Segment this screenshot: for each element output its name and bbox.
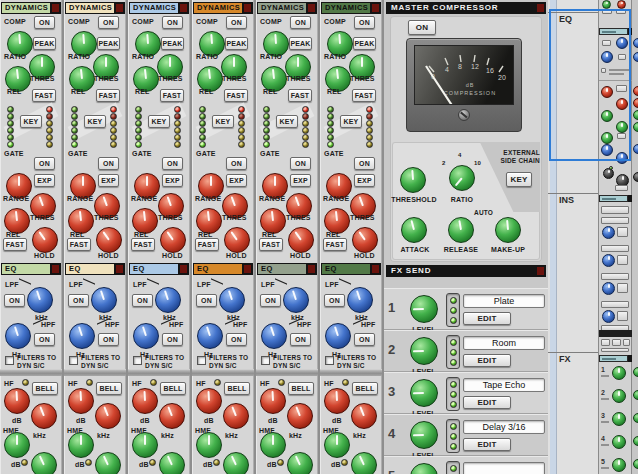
mini-button[interactable] bbox=[617, 227, 628, 237]
gate-fast-button[interactable]: FAST bbox=[67, 238, 91, 251]
mini-knob[interactable] bbox=[633, 367, 638, 377]
hf-gain-knob[interactable] bbox=[132, 388, 158, 414]
makeup-knob[interactable] bbox=[495, 217, 521, 243]
fx-edit-button[interactable]: EDIT bbox=[463, 312, 511, 325]
mini-knob[interactable] bbox=[617, 0, 626, 9]
mini-button[interactable] bbox=[601, 348, 629, 352]
mini-knob[interactable] bbox=[602, 0, 611, 9]
mini-knob[interactable] bbox=[602, 282, 615, 295]
gate-hold-knob[interactable] bbox=[352, 227, 378, 253]
filters-to-dyn-sc-checkbox[interactable] bbox=[69, 356, 78, 365]
comp-peak-button[interactable]: PEAK bbox=[353, 37, 376, 50]
mini-knob[interactable] bbox=[633, 459, 638, 469]
hf-freq-knob[interactable] bbox=[351, 403, 377, 429]
mini-button[interactable] bbox=[612, 339, 621, 346]
key-button[interactable]: KEY bbox=[84, 115, 106, 128]
fx-level-knob[interactable] bbox=[410, 379, 438, 407]
fx-send-name-field[interactable]: Delay 3/16 bbox=[463, 420, 545, 434]
attack-knob[interactable] bbox=[401, 217, 427, 243]
mini-knob[interactable] bbox=[633, 144, 638, 154]
hpf-freq-knob[interactable] bbox=[5, 323, 31, 349]
hmf-gain-knob[interactable] bbox=[68, 432, 94, 458]
gate-fast-button[interactable]: FAST bbox=[195, 238, 219, 251]
comp-fast-button[interactable]: FAST bbox=[352, 89, 376, 102]
navigator-section-label-fx[interactable]: FX bbox=[559, 355, 571, 364]
comp-fast-button[interactable]: FAST bbox=[32, 89, 56, 102]
hmf-freq-knob[interactable] bbox=[223, 452, 249, 474]
lpf-freq-knob[interactable] bbox=[27, 287, 53, 313]
hf-bell-button[interactable]: BELL bbox=[288, 382, 314, 395]
mini-button[interactable] bbox=[601, 339, 610, 346]
mini-knob[interactable] bbox=[633, 413, 638, 423]
comp-on-button[interactable]: ON bbox=[226, 16, 247, 29]
hf-gain-knob[interactable] bbox=[324, 388, 350, 414]
gate-hold-knob[interactable] bbox=[224, 227, 250, 253]
gate-on-button[interactable]: ON bbox=[226, 157, 247, 170]
hpf-on-button[interactable]: ON bbox=[226, 333, 247, 346]
side-chain-key-button[interactable]: KEY bbox=[506, 172, 532, 187]
lpf-on-button[interactable]: ON bbox=[4, 294, 25, 307]
navigator-view-rect[interactable] bbox=[549, 9, 631, 161]
navigator-section-label-ins[interactable]: INS bbox=[559, 196, 574, 205]
comp-on-button[interactable]: ON bbox=[34, 16, 55, 29]
gate-on-button[interactable]: ON bbox=[290, 157, 311, 170]
comp-peak-button[interactable]: PEAK bbox=[97, 37, 120, 50]
mini-knob[interactable] bbox=[633, 86, 638, 96]
gate-fast-button[interactable]: FAST bbox=[3, 238, 27, 251]
master-comp-on-button[interactable]: ON bbox=[408, 20, 436, 35]
hpf-freq-knob[interactable] bbox=[261, 323, 287, 349]
lpf-freq-knob[interactable] bbox=[91, 287, 117, 313]
hpf-freq-knob[interactable] bbox=[69, 323, 95, 349]
hmf-gain-knob[interactable] bbox=[324, 432, 350, 458]
hpf-on-button[interactable]: ON bbox=[354, 333, 375, 346]
lpf-freq-knob[interactable] bbox=[283, 287, 309, 313]
lpf-on-button[interactable]: ON bbox=[132, 294, 153, 307]
mini-knob[interactable] bbox=[633, 172, 638, 182]
lpf-freq-knob[interactable] bbox=[219, 287, 245, 313]
comp-fast-button[interactable]: FAST bbox=[160, 89, 184, 102]
mini-button[interactable] bbox=[601, 301, 629, 308]
comp-on-button[interactable]: ON bbox=[290, 16, 311, 29]
hf-bell-button[interactable]: BELL bbox=[96, 382, 122, 395]
hf-bell-button[interactable]: BELL bbox=[224, 382, 250, 395]
gate-hold-knob[interactable] bbox=[32, 227, 58, 253]
mini-knob[interactable] bbox=[602, 254, 615, 267]
fx-send-name-field[interactable]: Room bbox=[463, 336, 545, 350]
hmf-gain-knob[interactable] bbox=[132, 432, 158, 458]
mini-knob[interactable] bbox=[633, 436, 638, 446]
gate-exp-button[interactable]: EXP bbox=[34, 174, 55, 187]
hf-gain-knob[interactable] bbox=[260, 388, 286, 414]
mini-fx-level-knob[interactable] bbox=[612, 458, 626, 472]
hf-freq-knob[interactable] bbox=[223, 403, 249, 429]
fx-level-knob[interactable] bbox=[410, 463, 438, 474]
key-button[interactable]: KEY bbox=[212, 115, 234, 128]
mini-knob[interactable] bbox=[633, 122, 638, 132]
mini-knob[interactable] bbox=[633, 110, 638, 120]
mini-knob[interactable] bbox=[633, 390, 638, 400]
fx-level-knob[interactable] bbox=[410, 421, 438, 449]
lpf-on-button[interactable]: ON bbox=[324, 294, 345, 307]
filters-to-dyn-sc-checkbox[interactable] bbox=[133, 356, 142, 365]
ratio-knob[interactable] bbox=[449, 165, 475, 191]
mini-button[interactable] bbox=[601, 217, 629, 224]
gate-hold-knob[interactable] bbox=[288, 227, 314, 253]
comp-on-button[interactable]: ON bbox=[98, 16, 119, 29]
mini-button[interactable] bbox=[623, 339, 630, 346]
navigator-neighbour-strip[interactable] bbox=[632, 0, 638, 474]
hf-gain-knob[interactable] bbox=[196, 388, 222, 414]
gate-on-button[interactable]: ON bbox=[162, 157, 183, 170]
comp-fast-button[interactable]: FAST bbox=[224, 89, 248, 102]
fx-edit-button[interactable]: EDIT bbox=[463, 354, 511, 367]
comp-fast-button[interactable]: FAST bbox=[288, 89, 312, 102]
gate-on-button[interactable]: ON bbox=[354, 157, 375, 170]
key-button[interactable]: KEY bbox=[148, 115, 170, 128]
hmf-freq-knob[interactable] bbox=[159, 452, 185, 474]
hmf-gain-knob[interactable] bbox=[4, 432, 30, 458]
key-button[interactable]: KEY bbox=[340, 115, 362, 128]
lpf-on-button[interactable]: ON bbox=[196, 294, 217, 307]
release-knob[interactable] bbox=[448, 217, 474, 243]
gate-exp-button[interactable]: EXP bbox=[162, 174, 183, 187]
comp-on-button[interactable]: ON bbox=[162, 16, 183, 29]
gate-exp-button[interactable]: EXP bbox=[290, 174, 311, 187]
hf-freq-knob[interactable] bbox=[95, 403, 121, 429]
